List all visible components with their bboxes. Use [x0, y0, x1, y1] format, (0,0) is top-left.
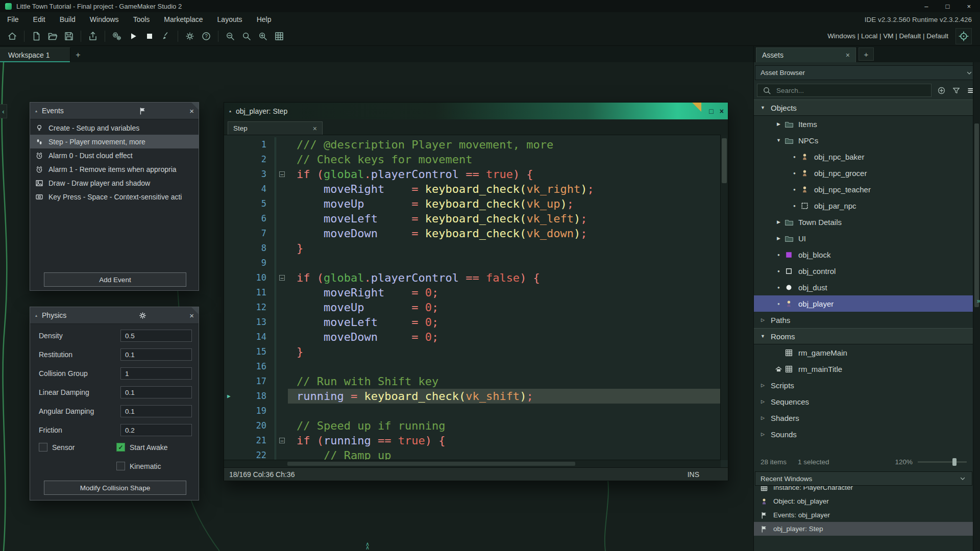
- event-item-step[interactable]: Step - Player movement, more: [30, 135, 199, 148]
- open-project-icon[interactable]: [44, 29, 61, 44]
- tab-step-event[interactable]: Step ×: [228, 121, 323, 135]
- tree-expand-icon[interactable]: ▼: [774, 138, 783, 143]
- tab-assets[interactable]: Assets ×: [756, 47, 856, 62]
- asset-obj-block[interactable]: ●obj_block: [754, 246, 973, 263]
- code-line[interactable]: 4 moveRight = keyboard_check(vk_right);: [224, 182, 721, 196]
- minimize-button[interactable]: –: [924, 3, 928, 10]
- physics-input-linear-damping[interactable]: [120, 386, 192, 398]
- menu-build[interactable]: Build: [53, 12, 83, 27]
- asset-browser-dropdown[interactable]: Asset Browser: [755, 65, 979, 80]
- asset-obj-npc-baker[interactable]: ●obj_npc_baker: [754, 148, 973, 165]
- asset-sequences[interactable]: ▷Sequences: [754, 393, 973, 410]
- menu-edit[interactable]: Edit: [26, 12, 53, 27]
- checkbox-box-kinematic[interactable]: [116, 462, 125, 470]
- add-asset-icon[interactable]: [936, 85, 946, 95]
- asset-rm-maintitle[interactable]: rm_mainTitle: [754, 361, 973, 377]
- menu-windows[interactable]: Windows: [83, 12, 126, 27]
- code-line[interactable]: 2// Check keys for movement: [224, 152, 721, 167]
- scroll-up-indicator[interactable]: ∧∧: [365, 542, 370, 549]
- new-project-icon[interactable]: [28, 29, 44, 44]
- tree-expand-icon[interactable]: ▼: [758, 334, 767, 339]
- code-close-icon[interactable]: ×: [720, 107, 724, 115]
- tree-expand-icon[interactable]: ▶: [774, 236, 783, 241]
- event-item-key[interactable]: Key Press - Space - Context-sensitive ac…: [30, 190, 199, 204]
- checkbox-box-sensor[interactable]: [39, 443, 47, 452]
- close-button[interactable]: ×: [967, 3, 971, 10]
- export-icon[interactable]: [85, 29, 101, 44]
- code-line[interactable]: 14 moveDown = 0;: [224, 330, 721, 344]
- zoom-slider[interactable]: [918, 461, 967, 463]
- code-editor-area[interactable]: 1/// @description Player movement, more2…: [224, 135, 721, 460]
- fold-collapse-icon[interactable]: –: [279, 275, 285, 281]
- event-item-alarm[interactable]: Alarm 1 - Remove items when appropria: [30, 162, 199, 176]
- menu-layouts[interactable]: Layouts: [210, 12, 250, 27]
- asset-sounds[interactable]: ▷Sounds: [754, 426, 973, 442]
- physics-input-friction[interactable]: [120, 424, 192, 436]
- tree-expand-icon[interactable]: ▶: [774, 219, 783, 224]
- code-window-header[interactable]: ▴ obj_player: Step □ ×: [224, 103, 728, 119]
- physics-close-icon[interactable]: ×: [189, 307, 194, 323]
- run-icon[interactable]: [125, 29, 141, 44]
- asset-obj-npc-teacher[interactable]: ●obj_npc_teacher: [754, 181, 973, 197]
- code-maximize-icon[interactable]: □: [709, 107, 713, 115]
- code-line[interactable]: 15}: [224, 344, 721, 359]
- recent-object-obj-player[interactable]: Object: obj_player: [754, 494, 973, 508]
- horizontal-scrollbar[interactable]: [224, 460, 721, 467]
- checkbox-start-awake[interactable]: ✓Start Awake: [116, 443, 167, 452]
- event-item-alarm[interactable]: Alarm 0 - Dust cloud effect: [30, 148, 199, 162]
- collapse-left-panel-button[interactable]: ‹: [0, 104, 7, 118]
- debug-gears-icon[interactable]: [109, 29, 125, 44]
- recent-instance-playercharacter[interactable]: Instance: PlayerCharacter: [754, 486, 973, 494]
- fold-collapse-icon[interactable]: –: [279, 438, 285, 443]
- modify-collision-shape-button[interactable]: Modify Collision Shape: [44, 481, 186, 495]
- asset-town-details[interactable]: ▶Town Details: [754, 214, 973, 230]
- menu-tools[interactable]: Tools: [126, 12, 157, 27]
- search-box[interactable]: [757, 84, 932, 97]
- asset-rm-gamemain[interactable]: rm_gameMain: [754, 344, 973, 361]
- vertical-scrollbar[interactable]: [720, 135, 728, 460]
- tree-expand-icon[interactable]: ▷: [758, 383, 767, 388]
- code-line[interactable]: 21–if (running == true) {: [224, 433, 721, 448]
- asset-objects[interactable]: ▼Objects: [754, 99, 973, 116]
- tree-expand-icon[interactable]: ▶: [774, 121, 783, 127]
- tree-expand-icon[interactable]: ▷: [758, 399, 767, 404]
- asset-rooms[interactable]: ▼Rooms: [754, 328, 973, 344]
- tab-workspace-1[interactable]: Workspace 1: [0, 47, 70, 62]
- code-line[interactable]: 7 moveDown = keyboard_check(vk_down);: [224, 226, 721, 241]
- code-line[interactable]: 3–if (global.playerControl == true) {: [224, 167, 721, 182]
- code-line[interactable]: 8}: [224, 241, 721, 256]
- tab-close-icon[interactable]: ×: [313, 124, 317, 133]
- clean-icon[interactable]: [158, 29, 174, 44]
- asset-ui[interactable]: ▶UI: [754, 230, 973, 246]
- checkbox-sensor[interactable]: Sensor: [39, 443, 75, 452]
- checkbox-kinematic[interactable]: Kinematic: [116, 462, 161, 470]
- code-line[interactable]: 9: [224, 256, 721, 270]
- code-line[interactable]: 16: [224, 359, 721, 374]
- expand-panel-icon[interactable]: »: [977, 297, 979, 305]
- code-line[interactable]: 22 // Ramp up: [224, 448, 721, 460]
- code-line[interactable]: 13 moveLeft = 0;: [224, 315, 721, 330]
- assets-tab-close-icon[interactable]: ×: [846, 51, 850, 59]
- save-project-icon[interactable]: [61, 29, 77, 44]
- code-line[interactable]: 19: [224, 404, 721, 418]
- event-item-create[interactable]: Create - Setup and variables: [30, 121, 199, 135]
- asset-items[interactable]: ▶Items: [754, 116, 973, 132]
- physics-window-header[interactable]: ▴ Physics ×: [30, 307, 199, 324]
- events-window-header[interactable]: ▴ Events ×: [30, 103, 199, 119]
- asset-shaders[interactable]: ▷Shaders: [754, 410, 973, 426]
- code-line[interactable]: 11 moveRight = 0;: [224, 285, 721, 300]
- code-line[interactable]: 17// Run with Shift key: [224, 374, 721, 389]
- asset-obj-par-npc[interactable]: ●obj_par_npc: [754, 197, 973, 214]
- event-item-draw[interactable]: Draw - Draw player and shadow: [30, 176, 199, 190]
- physics-input-restitution[interactable]: [120, 348, 192, 361]
- recent-obj-player-step[interactable]: obj_player: Step: [754, 522, 973, 536]
- code-line[interactable]: 6 moveLeft = keyboard_check(vk_left);: [224, 211, 721, 226]
- tree-expand-icon[interactable]: ▼: [758, 105, 767, 110]
- asset-obj-npc-grocer[interactable]: ●obj_npc_grocer: [754, 165, 973, 181]
- menu-file[interactable]: File: [0, 12, 26, 27]
- code-line[interactable]: 10–if (global.playerControl == false) {: [224, 270, 721, 285]
- checkbox-box-start-awake[interactable]: ✓: [116, 443, 125, 452]
- physics-input-angular-damping[interactable]: [120, 405, 192, 417]
- code-line[interactable]: 1/// @description Player movement, more: [224, 137, 721, 152]
- recent-windows-header[interactable]: Recent Windows: [755, 471, 972, 486]
